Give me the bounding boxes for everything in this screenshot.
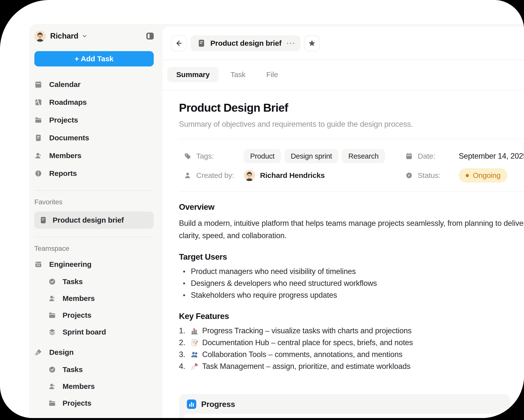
tag-chip[interactable]: Product (244, 149, 281, 163)
sidebar-item-calendar[interactable]: Calendar (34, 76, 154, 93)
back-button[interactable] (171, 35, 187, 51)
tag-chip[interactable]: Design sprint (284, 149, 339, 163)
progress-card: Progress Started Completed (179, 394, 510, 418)
sidebar-collapse-icon[interactable] (146, 33, 154, 40)
sidebar-group-engineering[interactable]: Engineering (34, 255, 154, 273)
breadcrumb-title: Product design brief (210, 39, 282, 47)
arrow-left-icon (175, 39, 183, 47)
sidebar-item-engineering-projects[interactable]: Projects (34, 307, 154, 324)
calendar-icon (34, 81, 42, 88)
sidebar-item-engineering-members[interactable]: Members (34, 290, 154, 307)
sidebar-item-reports[interactable]: Reports (34, 165, 154, 182)
sidebar-item-engineering-sprint-board[interactable]: Sprint board (34, 324, 154, 340)
folder-icon (34, 116, 42, 124)
star-icon (308, 39, 316, 47)
user-menu[interactable]: Richard (34, 30, 154, 42)
tab-bar: Summary Task File (162, 60, 524, 90)
divider (179, 191, 524, 192)
sidebar: Richard + Add Task Calendar Roadmaps Pro… (29, 24, 163, 418)
date-value: September 14, 2025 (459, 152, 524, 161)
divider (34, 237, 154, 237)
key-features-list: Progress Tracking – visualize tasks with… (179, 325, 524, 372)
members-icon (34, 152, 42, 160)
tab-file[interactable]: File (257, 67, 287, 82)
sidebar-item-members[interactable]: Members (34, 147, 154, 165)
chevron-down-icon (81, 33, 88, 39)
bolt-circle-icon (405, 172, 413, 179)
person-icon (184, 172, 191, 179)
section-heading-overview: Overview (179, 202, 524, 212)
list-item: Designers & developers who need structur… (179, 277, 524, 289)
list-item: Documentation Hub – central place for sp… (179, 337, 524, 349)
progress-title: Progress (201, 400, 235, 409)
layers-icon (48, 328, 56, 336)
document-icon (34, 134, 42, 142)
status-cell: Ongoing (459, 168, 524, 183)
avatar (244, 170, 255, 181)
created-by-value: Richard Hendricks (244, 170, 400, 181)
topbar: Product design brief (162, 26, 524, 60)
divider (34, 190, 154, 191)
tag-chip[interactable]: Research (342, 149, 385, 163)
favorites-label: Favorites (34, 198, 154, 206)
page-title: Product Design Brief (179, 101, 524, 114)
tab-task[interactable]: Task (221, 67, 254, 82)
status-badge[interactable]: Ongoing (459, 168, 507, 183)
list-item: Product managers who need visibility of … (179, 266, 524, 277)
members-icon (48, 382, 56, 390)
list-item: Task Management – assign, prioritize, an… (179, 360, 524, 372)
sidebar-item-roadmaps[interactable]: Roadmaps (34, 93, 154, 111)
meta-block: Tags: Product Design sprint Research Dat… (179, 149, 524, 183)
breadcrumb[interactable]: Product design brief (191, 35, 301, 51)
progress-chart-area: Started Completed Estimated (183, 413, 506, 418)
tags-label: Tags: (179, 152, 244, 160)
code-window-icon (34, 260, 42, 268)
sidebar-item-design-tasks[interactable]: Tasks (34, 361, 154, 378)
list-item: Stakeholders who require progress update… (179, 289, 524, 301)
main-panel: Product design brief Summary Task File P… (162, 26, 524, 418)
avatar (34, 30, 46, 42)
rocket-emoji-icon (190, 362, 199, 371)
more-icon[interactable] (287, 43, 294, 44)
add-task-button[interactable]: + Add Task (34, 51, 154, 66)
folder-icon (48, 311, 56, 319)
status-dot (466, 174, 469, 177)
check-circle-icon (48, 278, 56, 286)
busts-emoji-icon (190, 350, 199, 359)
target-users-list: Product managers who need visibility of … (179, 266, 524, 301)
sidebar-item-engineering-tasks[interactable]: Tasks (34, 273, 154, 290)
sidebar-item-design-members[interactable]: Members (34, 378, 154, 395)
document-body: Product Design Brief Summary of objectiv… (162, 90, 524, 418)
document-icon (39, 216, 47, 224)
tag-icon (184, 152, 191, 160)
pen-nib-icon (34, 348, 42, 356)
folder-icon (48, 399, 56, 407)
sidebar-group-design[interactable]: Design (34, 343, 154, 361)
members-icon (48, 294, 56, 302)
created-by-label: Created by: (179, 171, 244, 180)
date-label: Date: (400, 152, 459, 160)
calendar-icon (405, 152, 413, 160)
tab-summary[interactable]: Summary (167, 67, 218, 82)
favorite-star-button[interactable] (304, 35, 320, 51)
list-item: Collaboration Tools – comments, annotati… (179, 349, 524, 360)
bar-chart-app-icon (187, 399, 196, 409)
sidebar-item-product-design-brief[interactable]: Product design brief (34, 211, 154, 229)
sidebar-item-design-projects[interactable]: Projects (34, 395, 154, 412)
progress-header: Progress (183, 399, 506, 413)
section-heading-target-users: Target Users (179, 252, 524, 262)
status-label: Status: (400, 171, 459, 180)
sidebar-nav: Calendar Roadmaps Projects Documents Mem… (34, 76, 154, 182)
user-name: Richard (50, 32, 78, 41)
tags-list: Product Design sprint Research (244, 149, 400, 163)
created-by-name: Richard Hendricks (260, 171, 325, 180)
document-icon (197, 39, 206, 48)
section-heading-key-features: Key Features (179, 312, 524, 321)
reports-icon (34, 169, 42, 177)
sidebar-item-projects[interactable]: Projects (34, 111, 154, 129)
memo-emoji-icon (190, 338, 199, 347)
check-circle-icon (48, 366, 56, 374)
bar-chart-emoji-icon (190, 327, 199, 335)
list-item: Progress Tracking – visualize tasks with… (179, 325, 524, 337)
sidebar-item-documents[interactable]: Documents (34, 129, 154, 147)
